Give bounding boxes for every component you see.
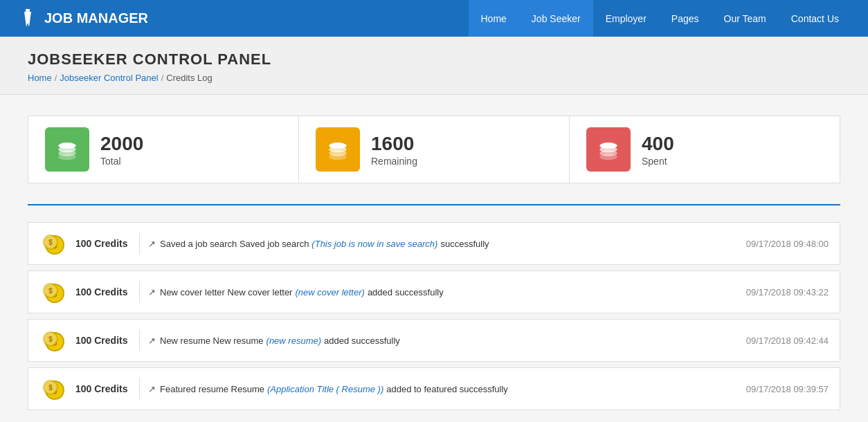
breadcrumb: Home / Jobseeker Control Panel / Credits…	[28, 73, 840, 83]
stat-total-info: 2000 Total	[100, 132, 143, 167]
breadcrumb-sep-1: /	[55, 73, 57, 83]
nav-item-employer[interactable]: Employer	[593, 0, 659, 37]
coins-icon-red	[596, 137, 621, 162]
log-item: $ $ 100 Credits ↗ Saved a job search Sav…	[28, 222, 840, 265]
coins-icon-orange	[325, 137, 350, 162]
stat-total-icon-box	[45, 127, 89, 172]
main-content: 2000 Total 1600 Remaining	[0, 95, 868, 422]
nav-item-jobseeker[interactable]: Job Seeker	[519, 0, 593, 37]
log-coin-icon: $ $	[39, 375, 67, 403]
link-icon-3: ↗	[148, 336, 156, 346]
log-item: $ $ 100 Credits ↗ New resume New resume …	[28, 319, 840, 362]
stat-remaining-label: Remaining	[371, 156, 417, 167]
log-sep-1	[139, 233, 140, 254]
log-description-3: ↗ New resume New resume (new resume) add…	[148, 336, 709, 346]
brand-name: JOB MANAGER	[44, 10, 148, 26]
breadcrumb-home[interactable]: Home	[28, 73, 52, 83]
link-icon-1: ↗	[148, 239, 156, 249]
nav-item-pages[interactable]: Pages	[659, 0, 712, 37]
breadcrumb-control-panel[interactable]: Jobseeker Control Panel	[60, 73, 158, 83]
breadcrumb-sep-2: /	[161, 73, 164, 83]
log-item: $ $ 100 Credits ↗ New cover letter New c…	[28, 270, 840, 313]
breadcrumb-current: Credits Log	[166, 73, 212, 83]
log-coin-icon: $ $	[39, 327, 67, 354]
log-sep-3	[139, 330, 140, 351]
nav-menu: Home Job Seeker Employer Pages Our Team …	[469, 0, 852, 37]
stats-row: 2000 Total 1600 Remaining	[28, 116, 840, 183]
stat-total: 2000 Total	[28, 116, 298, 183]
svg-text:$: $	[48, 384, 53, 392]
stat-total-number: 2000	[100, 132, 143, 156]
svg-text:$: $	[48, 336, 53, 343]
svg-point-9	[329, 143, 346, 149]
link-icon-4: ↗	[148, 384, 156, 394]
stat-spent-info: 400 Spent	[642, 132, 674, 167]
log-item: $ $ 100 Credits ↗ Featured resume Resume…	[28, 367, 840, 410]
stat-spent: 400 Spent	[569, 116, 840, 183]
log-timestamp-3: 09/17/2018 09:42:44	[718, 336, 829, 346]
link-icon-2: ↗	[148, 287, 156, 297]
nav-item-contactus[interactable]: Contact Us	[779, 0, 851, 37]
log-timestamp-4: 09/17/2018 09:39:57	[718, 384, 829, 394]
log-sep-4	[139, 378, 140, 399]
log-timestamp-2: 09/17/2018 09:43:22	[718, 287, 829, 297]
log-credits-2: 100 Credits	[75, 286, 131, 297]
svg-point-13	[599, 143, 617, 149]
header-section: JOBSEEKER CONTROL PANEL Home / Jobseeker…	[0, 37, 868, 95]
log-coin-icon: $ $	[39, 230, 67, 257]
stat-remaining-number: 1600	[371, 132, 417, 156]
nav-item-home[interactable]: Home	[469, 0, 519, 37]
log-description-4: ↗ Featured resume Resume (Application Ti…	[148, 384, 709, 394]
stat-total-label: Total	[100, 156, 143, 167]
svg-rect-0	[26, 9, 30, 12]
log-credits-1: 100 Credits	[75, 238, 131, 249]
svg-text:$: $	[48, 287, 53, 295]
stat-remaining-icon-box	[316, 127, 360, 172]
log-description-2: ↗ New cover letter New cover letter (new…	[148, 287, 709, 297]
log-credits-4: 100 Credits	[75, 383, 131, 394]
log-list: $ $ 100 Credits ↗ Saved a job search Sav…	[28, 222, 840, 410]
svg-point-5	[58, 143, 75, 149]
svg-marker-1	[24, 12, 31, 27]
log-description-1: ↗ Saved a job search Saved job search (T…	[148, 239, 709, 249]
stat-remaining-info: 1600 Remaining	[371, 132, 417, 167]
page-title: JOBSEEKER CONTROL PANEL	[28, 51, 840, 68]
stat-spent-label: Spent	[642, 156, 674, 167]
coins-icon-green	[55, 137, 80, 162]
log-credits-3: 100 Credits	[75, 335, 131, 346]
stat-remaining: 1600 Remaining	[298, 116, 569, 183]
brand: JOB MANAGER	[17, 8, 148, 30]
log-coin-icon: $ $	[39, 278, 67, 306]
nav-item-ourteam[interactable]: Our Team	[712, 0, 779, 37]
log-timestamp-1: 09/17/2018 09:48:00	[718, 239, 829, 249]
section-divider	[28, 204, 840, 205]
stat-spent-number: 400	[642, 132, 674, 156]
svg-text:$: $	[48, 239, 53, 246]
stat-spent-icon-box	[586, 127, 631, 172]
navbar: JOB MANAGER Home Job Seeker Employer Pag…	[0, 0, 868, 37]
log-sep-2	[139, 282, 140, 302]
